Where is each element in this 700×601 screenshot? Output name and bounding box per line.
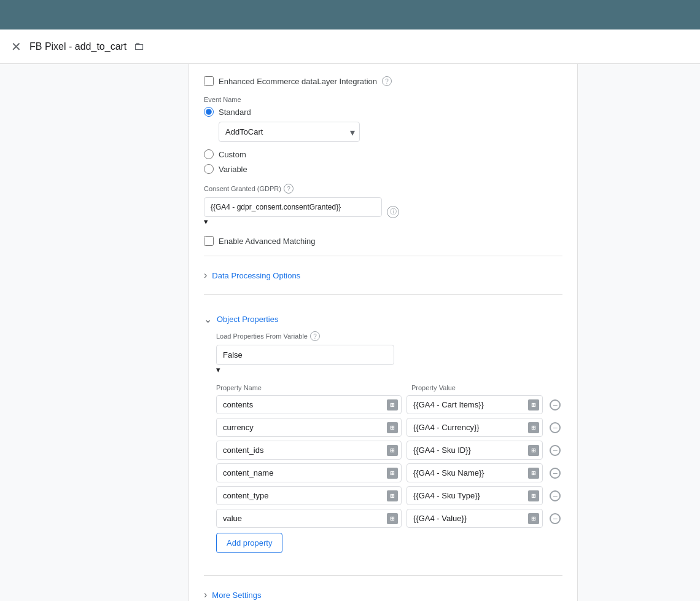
remove-btn-5[interactable]: − xyxy=(548,511,562,526)
variable-icon-val-1: ⊞ xyxy=(528,422,539,433)
remove-icon-2: − xyxy=(550,445,561,456)
remove-btn-3[interactable]: − xyxy=(548,466,562,481)
standard-radio[interactable] xyxy=(204,107,214,117)
prop-name-wrapper-2: ⊞ xyxy=(216,441,402,460)
table-row: ⊞ ⊞ − xyxy=(216,441,562,460)
content-area: Enhanced Ecommerce dataLayer Integration… xyxy=(189,64,577,601)
object-properties-section: ⌄ Object Properties Load Properties From… xyxy=(204,302,562,568)
prop-name-wrapper-3: ⊞ xyxy=(216,463,402,482)
property-value-header: Property Value xyxy=(411,384,562,391)
consent-select[interactable]: {{GA4 - gdpr_consent.consentGranted}} xyxy=(204,197,382,217)
divider-3 xyxy=(204,575,562,576)
addtocart-select-wrapper: AddToCart ▾ xyxy=(219,122,360,142)
enhanced-ecommerce-label: Enhanced Ecommerce dataLayer Integration xyxy=(219,77,377,86)
consent-select-wrapper: {{GA4 - gdpr_consent.consentGranted}} ▾ xyxy=(204,197,382,226)
data-processing-label: Data Processing Options xyxy=(212,271,300,280)
prop-value-wrapper-1: ⊞ xyxy=(406,418,543,437)
folder-icon: 🗀 xyxy=(134,40,145,53)
close-icon[interactable]: ✕ xyxy=(10,41,22,53)
page-title: FB Pixel - add_to_cart xyxy=(29,41,126,52)
variable-label: Variable xyxy=(219,165,247,174)
prop-name-var-btn-3[interactable]: ⊞ xyxy=(386,466,399,480)
table-row: ⊞ ⊞ − xyxy=(216,463,562,482)
table-row: ⊞ ⊞ − xyxy=(216,418,562,437)
remove-btn-1[interactable]: − xyxy=(548,420,562,435)
consent-label: Consent Granted (GDPR) ? xyxy=(204,184,562,194)
prop-name-wrapper-0: ⊞ xyxy=(216,395,402,414)
property-name-header: Property Name xyxy=(216,384,406,391)
event-name-section: Event Name Standard AddToCart ▾ Custom xyxy=(204,96,562,174)
variable-radio[interactable] xyxy=(204,164,214,174)
object-properties-header[interactable]: ⌄ Object Properties xyxy=(204,307,562,331)
enhanced-ecommerce-checkbox[interactable] xyxy=(204,76,214,86)
load-props-label: Load Properties From Variable ? xyxy=(216,331,562,341)
load-props-help-icon[interactable]: ? xyxy=(310,331,320,341)
remove-btn-0[interactable]: − xyxy=(548,398,562,412)
variable-icon-0: ⊞ xyxy=(387,399,398,410)
prop-value-input-3[interactable] xyxy=(406,463,543,482)
prop-name-var-btn-2[interactable]: ⊞ xyxy=(386,444,399,457)
prop-name-input-1[interactable] xyxy=(216,418,402,437)
variable-icon-2: ⊞ xyxy=(387,445,398,456)
variable-icon-val-2: ⊞ xyxy=(528,445,539,456)
prop-value-var-btn-0[interactable]: ⊞ xyxy=(527,398,540,412)
prop-value-var-btn-5[interactable]: ⊞ xyxy=(527,512,540,525)
custom-label: Custom xyxy=(219,150,246,159)
consent-help-icon[interactable]: ? xyxy=(284,184,294,194)
title-bar: ✕ FB Pixel - add_to_cart 🗀 xyxy=(0,29,700,64)
remove-icon-0: − xyxy=(550,399,561,410)
advanced-matching-label: Enable Advanced Matching xyxy=(219,237,316,246)
prop-name-var-btn-0[interactable]: ⊞ xyxy=(386,398,399,412)
more-settings-header[interactable]: › More Settings xyxy=(204,583,562,601)
divider-1 xyxy=(204,256,562,256)
property-rows-container: ⊞ ⊞ − xyxy=(204,395,562,528)
consent-info-icon[interactable]: ⓘ xyxy=(387,206,399,218)
remove-icon-1: − xyxy=(550,422,561,433)
prop-name-input-5[interactable] xyxy=(216,509,402,528)
prop-name-input-0[interactable] xyxy=(216,395,402,414)
prop-value-var-btn-1[interactable]: ⊞ xyxy=(527,421,540,434)
table-row: ⊞ ⊞ − xyxy=(216,486,562,505)
data-processing-chevron-icon: › xyxy=(204,270,207,281)
standard-label: Standard xyxy=(219,108,251,117)
table-row: ⊞ ⊞ − xyxy=(216,509,562,528)
prop-name-var-btn-4[interactable]: ⊞ xyxy=(386,489,399,503)
advanced-matching-checkbox[interactable] xyxy=(204,236,214,246)
remove-btn-2[interactable]: − xyxy=(548,443,562,458)
variable-radio-row: Variable xyxy=(204,164,562,174)
prop-value-input-4[interactable] xyxy=(406,486,543,505)
advanced-matching-row: Enable Advanced Matching xyxy=(204,236,562,246)
prop-name-input-4[interactable] xyxy=(216,486,402,505)
prop-value-input-0[interactable] xyxy=(406,395,543,414)
prop-value-input-2[interactable] xyxy=(406,441,543,460)
enhanced-ecommerce-help-icon[interactable]: ? xyxy=(382,76,392,86)
enhanced-ecommerce-row: Enhanced Ecommerce dataLayer Integration… xyxy=(204,76,562,86)
remove-icon-5: − xyxy=(550,513,561,524)
right-panel xyxy=(577,64,700,601)
prop-value-input-1[interactable] xyxy=(406,418,543,437)
load-props-select[interactable]: FalseTrue xyxy=(216,345,394,365)
load-props-section: Load Properties From Variable ? FalseTru… xyxy=(204,331,562,374)
variable-icon-5: ⊞ xyxy=(387,513,398,524)
prop-value-input-5[interactable] xyxy=(406,509,543,528)
prop-name-input-2[interactable] xyxy=(216,441,402,460)
prop-name-var-btn-1[interactable]: ⊞ xyxy=(386,421,399,434)
object-properties-label: Object Properties xyxy=(217,315,278,324)
prop-value-var-btn-4[interactable]: ⊞ xyxy=(527,489,540,503)
prop-name-input-3[interactable] xyxy=(216,463,402,482)
addtocart-select[interactable]: AddToCart xyxy=(219,122,360,142)
add-property-button[interactable]: Add property xyxy=(216,533,282,553)
consent-row: {{GA4 - gdpr_consent.consentGranted}} ▾ … xyxy=(204,197,562,226)
custom-radio[interactable] xyxy=(204,149,214,159)
prop-value-var-btn-3[interactable]: ⊞ xyxy=(527,466,540,480)
prop-name-var-btn-5[interactable]: ⊞ xyxy=(386,512,399,525)
table-row: ⊞ ⊞ − xyxy=(216,395,562,414)
variable-icon-3: ⊞ xyxy=(387,468,398,479)
prop-value-wrapper-3: ⊞ xyxy=(406,463,543,482)
consent-chevron-icon: ▾ xyxy=(204,217,208,226)
prop-value-wrapper-0: ⊞ xyxy=(406,395,543,414)
left-panel xyxy=(0,64,189,601)
prop-value-var-btn-2[interactable]: ⊞ xyxy=(527,444,540,457)
remove-btn-4[interactable]: − xyxy=(548,489,562,503)
data-processing-header[interactable]: › Data Processing Options xyxy=(204,264,562,287)
